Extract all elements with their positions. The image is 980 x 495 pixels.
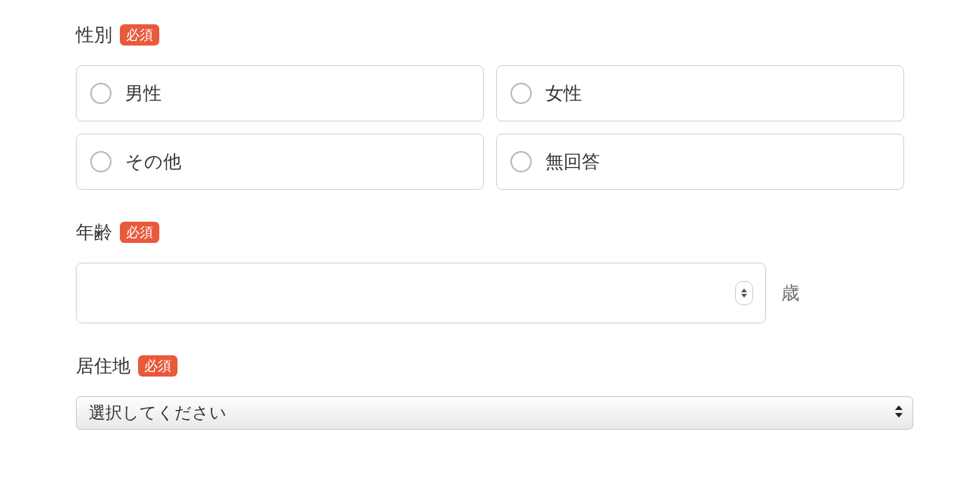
gender-radio-grid: 男性 女性 その他 無回答 [76,65,904,190]
age-label: 年齢 [76,220,112,244]
gender-option-other[interactable]: その他 [76,134,484,190]
select-placeholder: 選択してください [89,402,227,424]
gender-label: 性別 [76,23,112,47]
radio-icon [90,151,112,172]
radio-icon [510,151,532,172]
number-stepper-icon[interactable] [735,281,753,305]
age-input-wrapper [76,263,766,323]
radio-icon [510,83,532,104]
gender-option-male[interactable]: 男性 [76,65,484,121]
age-label-row: 年齢 必須 [76,220,904,244]
gender-option-no-answer[interactable]: 無回答 [496,134,904,190]
age-unit-label: 歳 [781,281,799,305]
radio-label: 無回答 [545,150,600,174]
residence-label-row: 居住地 必須 [76,354,904,378]
residence-label: 居住地 [76,354,130,378]
required-badge: 必須 [120,222,159,243]
residence-select-wrapper: 選択してください [76,396,913,430]
radio-icon [90,83,112,104]
radio-label: 男性 [125,81,162,106]
radio-label: その他 [125,150,181,174]
required-badge: 必須 [120,24,159,46]
radio-label: 女性 [545,81,582,106]
required-badge: 必須 [138,355,177,377]
gender-option-female[interactable]: 女性 [496,65,904,121]
age-section: 年齢 必須 歳 [76,220,904,323]
residence-section: 居住地 必須 選択してください [76,354,904,430]
age-input[interactable] [92,282,720,304]
gender-label-row: 性別 必須 [76,23,904,47]
age-input-row: 歳 [76,263,904,323]
gender-section: 性別 必須 男性 女性 その他 無回答 [76,23,904,190]
residence-select[interactable]: 選択してください [76,396,913,430]
